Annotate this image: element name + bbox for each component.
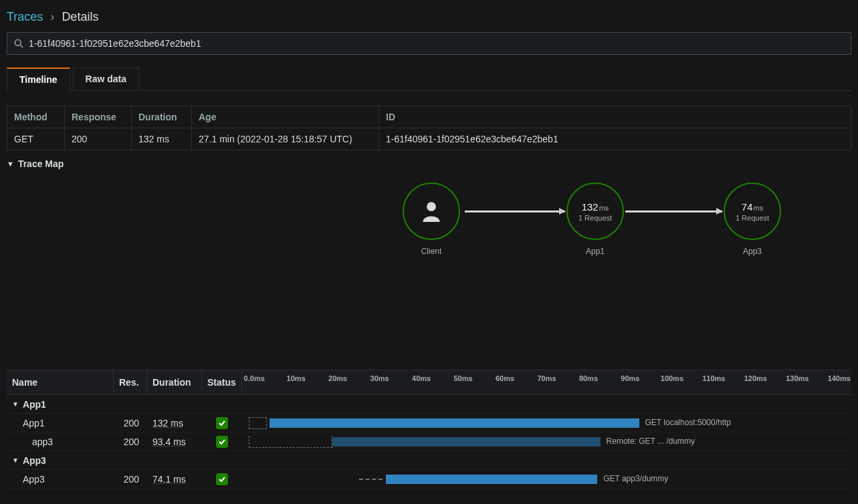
scale-tick: 110ms bbox=[702, 374, 725, 382]
chevron-down-icon: ▼ bbox=[12, 400, 19, 408]
detail-tabs: Timeline Raw data bbox=[7, 67, 851, 91]
trace-node-app3[interactable]: 74ms 1 Request App3 bbox=[719, 182, 786, 256]
chevron-down-icon: ▼ bbox=[12, 457, 19, 464]
chevron-right-icon: › bbox=[46, 10, 58, 23]
col-name: Name bbox=[7, 370, 114, 394]
segment-row-app3[interactable]: App3 200 74.1 ms GET app3/dummy bbox=[7, 470, 851, 489]
trace-map-title: Trace Map bbox=[18, 158, 64, 169]
segment-label: Remote: GET ... /dummy bbox=[607, 436, 695, 446]
status-ok-icon bbox=[216, 473, 228, 485]
scale-tick: 60ms bbox=[496, 374, 514, 382]
breadcrumb: Traces › Details bbox=[0, 0, 858, 32]
trace-node-app1[interactable]: 132ms 1 Request App1 bbox=[562, 182, 629, 256]
user-icon bbox=[422, 201, 441, 222]
scale-tick: 140ms bbox=[828, 374, 851, 382]
time-scale: 0.0ms10ms20ms30ms40ms50ms60ms70ms80ms90m… bbox=[242, 370, 851, 394]
trace-map: Client 132ms 1 Request App1 74ms 1 Reque… bbox=[7, 176, 851, 350]
scale-tick: 30ms bbox=[370, 374, 389, 382]
scale-tick: 90ms bbox=[621, 374, 639, 382]
scale-tick: 10ms bbox=[287, 374, 306, 382]
col-duration: Duration bbox=[147, 370, 202, 394]
group-label: App3 bbox=[23, 455, 46, 466]
scale-tick: 100ms bbox=[661, 374, 683, 382]
summary-header-id: ID bbox=[379, 106, 851, 128]
segment-duration: 132 ms bbox=[147, 415, 202, 431]
summary-value-response: 200 bbox=[65, 128, 132, 150]
trace-node-label: Client bbox=[398, 247, 465, 256]
col-response: Res. bbox=[114, 370, 147, 394]
trace-node-label: App3 bbox=[719, 247, 786, 256]
node-requests: 1 Request bbox=[578, 214, 612, 222]
summary-value-id: 1-61f40961-1f02951e62e3cbe647e2beb1 bbox=[379, 128, 851, 150]
node-latency: 132ms bbox=[582, 201, 609, 213]
segment-duration: 74.1 ms bbox=[147, 471, 202, 487]
segment-bar: GET app3/dummy bbox=[242, 470, 851, 488]
segment-timeline-header: Name Res. Duration Status 0.0ms10ms20ms3… bbox=[7, 370, 851, 395]
segment-group-app3[interactable]: ▼App3 bbox=[7, 451, 851, 470]
summary-header-response: Response bbox=[65, 106, 132, 128]
node-latency: 74ms bbox=[742, 201, 763, 213]
chevron-down-icon: ▼ bbox=[7, 160, 14, 168]
svg-line-1 bbox=[21, 45, 23, 48]
summary-value-method: GET bbox=[7, 128, 65, 150]
scale-tick: 20ms bbox=[328, 374, 347, 382]
segment-duration: 93.4 ms bbox=[147, 434, 202, 450]
tab-timeline[interactable]: Timeline bbox=[7, 68, 70, 91]
trace-id-input[interactable] bbox=[29, 38, 844, 49]
scale-tick: 70ms bbox=[537, 374, 556, 382]
segment-name: App1 bbox=[7, 415, 114, 431]
scale-tick: 40ms bbox=[412, 374, 431, 382]
segment-response: 200 bbox=[114, 471, 147, 487]
segment-timeline: Name Res. Duration Status 0.0ms10ms20ms3… bbox=[7, 370, 851, 489]
segment-bar: Remote: GET ... /dummy bbox=[242, 432, 851, 451]
trace-edge-client-app1 bbox=[465, 211, 565, 213]
svg-point-0 bbox=[15, 39, 21, 45]
svg-point-2 bbox=[427, 202, 436, 211]
trace-summary-table: Method Response Duration Age ID GET 200 … bbox=[7, 106, 851, 150]
breadcrumb-current: Details bbox=[62, 10, 98, 23]
trace-edge-app1-app3 bbox=[625, 211, 722, 213]
group-label: App1 bbox=[23, 399, 46, 410]
segment-response: 200 bbox=[114, 434, 147, 450]
segment-response: 200 bbox=[114, 415, 147, 431]
summary-header-age: Age bbox=[192, 106, 379, 128]
scale-tick: 130ms bbox=[786, 374, 809, 382]
segment-row-app3-remote[interactable]: app3 200 93.4 ms Remote: GET ... /dummy bbox=[7, 432, 851, 451]
search-icon bbox=[14, 39, 23, 48]
summary-header-method: Method bbox=[7, 106, 65, 128]
trace-node-label: App1 bbox=[562, 247, 629, 256]
scale-tick: 0.0ms bbox=[244, 374, 265, 382]
status-ok-icon bbox=[216, 417, 228, 429]
segment-group-app1[interactable]: ▼App1 bbox=[7, 395, 851, 414]
summary-value-duration: 132 ms bbox=[132, 128, 192, 150]
segment-label: GET localhost:5000/http bbox=[645, 418, 732, 427]
scale-tick: 80ms bbox=[579, 374, 598, 382]
summary-header-duration: Duration bbox=[132, 106, 192, 128]
col-status: Status bbox=[202, 370, 242, 394]
segment-label: GET app3/dummy bbox=[603, 474, 668, 483]
tab-raw-data[interactable]: Raw data bbox=[73, 68, 139, 91]
scale-tick: 50ms bbox=[453, 374, 472, 382]
node-requests: 1 Request bbox=[736, 214, 769, 222]
status-ok-icon bbox=[216, 436, 228, 448]
trace-id-search[interactable] bbox=[7, 32, 851, 55]
segment-bar: GET localhost:5000/http bbox=[242, 414, 851, 432]
trace-node-client[interactable]: Client bbox=[398, 182, 465, 256]
scale-tick: 120ms bbox=[744, 374, 767, 382]
trace-map-toggle[interactable]: ▼ Trace Map bbox=[7, 158, 851, 169]
summary-value-age: 27.1 min (2022-01-28 15:18:57 UTC) bbox=[192, 128, 379, 150]
segment-name: app3 bbox=[7, 434, 114, 450]
segment-name: App3 bbox=[7, 471, 114, 487]
breadcrumb-root-link[interactable]: Traces bbox=[7, 10, 43, 23]
segment-row-app1[interactable]: App1 200 132 ms GET localhost:5000/http bbox=[7, 414, 851, 432]
